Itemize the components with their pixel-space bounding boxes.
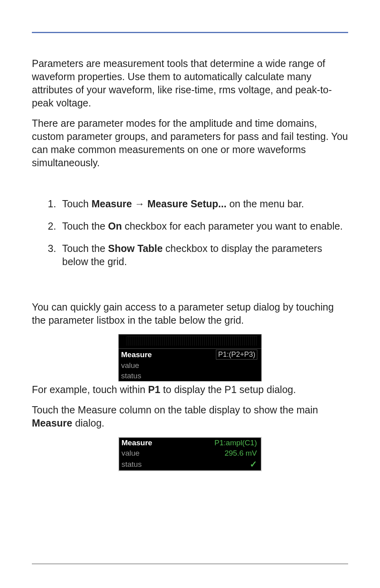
step-text-bold: Measure → Measure Setup...: [92, 198, 227, 209]
step-text-post: checkbox for each parameter you want to …: [122, 220, 343, 232]
measure-header-cell[interactable]: Measure: [121, 350, 152, 359]
status-row: status ✓: [119, 458, 261, 470]
paragraph-measure-column: Touch the Measure column on the table di…: [32, 403, 348, 430]
check-icon: ✓: [250, 459, 257, 470]
screenshot-1-wrap: Measure P1:(P2+P3) value status: [32, 334, 348, 382]
value-row: value 295.6 mV: [119, 448, 261, 458]
step-number: 1.: [48, 197, 56, 211]
step-text-pre: Touch the: [62, 220, 108, 232]
value-label: value: [121, 361, 139, 370]
text-post: to display the P1 setup dialog.: [160, 384, 296, 395]
paragraph-listbox: You can quickly gain access to a paramet…: [32, 301, 348, 327]
measure-row: Measure P1:ampl(C1): [119, 438, 261, 448]
status-label: status: [121, 460, 142, 469]
step-text-post: on the menu bar.: [227, 198, 304, 209]
value-label: value: [121, 449, 139, 458]
text-bold: Measure: [32, 417, 72, 429]
paragraph-intro-1: Parameters are measurement tools that de…: [32, 57, 348, 110]
step-number: 2.: [48, 220, 56, 233]
footer-rule: [32, 564, 348, 564]
status-row: status: [119, 371, 261, 381]
paragraph-intro-2: There are parameter modes for the amplit…: [32, 117, 348, 169]
step-text-pre: Touch the: [62, 243, 108, 254]
step-2: 2. Touch the On checkbox for each parame…: [48, 220, 348, 233]
paragraph-p1-example: For example, touch within P1 to display …: [32, 383, 348, 396]
waveform-grid-strip: [119, 334, 261, 349]
step-text-bold: Show Table: [108, 243, 163, 254]
value-row: value: [119, 360, 261, 371]
screenshot-2-wrap: Measure P1:ampl(C1) value 295.6 mV statu…: [32, 437, 348, 471]
screenshot-measure-table-1: Measure P1:(P2+P3) value status: [118, 334, 262, 382]
measure-header-cell[interactable]: Measure: [121, 439, 152, 447]
text-bold: P1: [148, 384, 161, 395]
value-readout: 295.6 mV: [225, 449, 257, 458]
step-text-bold: On: [108, 220, 122, 232]
step-text-pre: Touch: [62, 198, 92, 209]
header-rule: [32, 32, 348, 33]
p1-value-cell[interactable]: P1:ampl(C1): [214, 439, 257, 447]
steps-list: 1. Touch Measure → Measure Setup... on t…: [48, 197, 348, 269]
text-post: dialog.: [72, 417, 104, 429]
step-3: 3. Touch the Show Table checkbox to disp…: [48, 242, 348, 269]
measure-row: Measure P1:(P2+P3): [119, 349, 261, 360]
step-1: 1. Touch Measure → Measure Setup... on t…: [48, 197, 348, 211]
screenshot-measure-table-2: Measure P1:ampl(C1) value 295.6 mV statu…: [118, 437, 262, 471]
p1-listbox[interactable]: P1:(P2+P3): [216, 350, 257, 360]
step-number: 3.: [48, 242, 56, 256]
status-label: status: [121, 372, 141, 380]
text-pre: For example, touch within: [32, 384, 148, 395]
text-pre: Touch the Measure column on the table di…: [32, 404, 318, 415]
